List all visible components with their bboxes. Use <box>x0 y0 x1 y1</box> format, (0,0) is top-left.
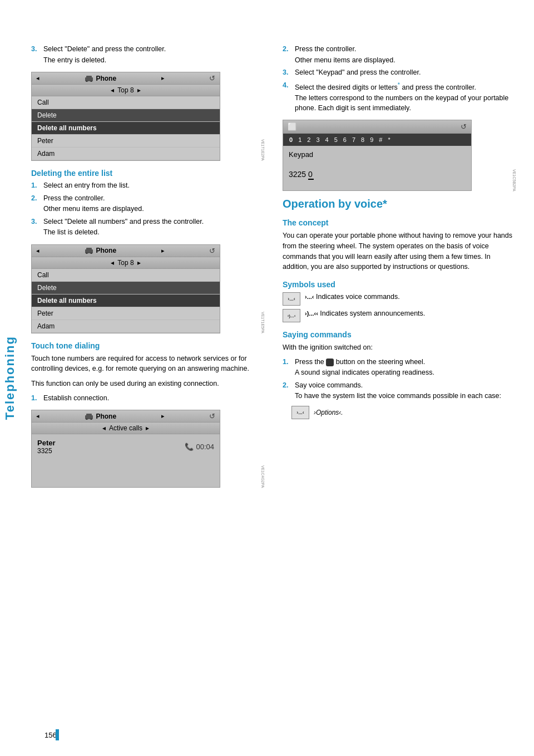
saying-intro: With the ignition switched on: <box>283 342 517 353</box>
left-column: 3. Select "Delete" and press the control… <box>31 45 266 723</box>
saying-step-1: 1. Press the button on the steering whee… <box>283 357 517 378</box>
key-6[interactable]: 6 <box>342 136 348 144</box>
menu-peter-1[interactable]: Peter <box>32 135 220 148</box>
phone-ui-3-wrap: ◂ Phone ▸ ↺ ◂ Active calls ▸ <box>31 410 266 488</box>
sub-arrow-left: ◂ <box>111 86 114 94</box>
menu-delete-all-1[interactable]: Delete all numbers <box>32 122 220 135</box>
phone-ui-1-wrap: ◂ Phone ▸ ↺ ◂ Top 8 ▸ Call <box>31 72 266 161</box>
phone-ui-3: ◂ Phone ▸ ↺ ◂ Active calls ▸ <box>31 410 220 488</box>
call-info: Peter 3325 <box>37 439 185 455</box>
key-1[interactable]: 1 <box>296 136 303 144</box>
phone-arrow-right-3: ▸ <box>161 413 165 420</box>
keypad-refresh-icon: ↺ <box>461 122 467 131</box>
symbols-heading: Symbols used <box>283 280 517 289</box>
symbol-row-2: ›)...‹ ›)...‹‹ Indicates system announce… <box>283 309 517 322</box>
del-text-1: Select an entry from the list. <box>43 181 266 191</box>
key-hash[interactable]: # <box>377 136 384 144</box>
watermark-4: VE1C5B2PA <box>512 169 516 192</box>
menu-call-1[interactable]: Call <box>32 96 220 109</box>
key-4[interactable]: 4 <box>324 136 330 144</box>
concept-heading: The concept <box>283 218 517 227</box>
keypad-cursor: 0 <box>308 170 314 180</box>
key-7[interactable]: 7 <box>350 136 357 144</box>
watermark-1: VE1T1E2PA <box>261 139 265 161</box>
keypad-top-bar: ⬜ ↺ <box>283 120 471 134</box>
phone-arrow-left: ◂ <box>36 75 39 82</box>
refresh-icon-2: ↺ <box>209 247 215 255</box>
keypad-label: Keypad <box>289 150 466 159</box>
del-text-3: Select "Delete all numbers" and press th… <box>43 217 266 238</box>
menu-peter-2[interactable]: Peter <box>32 307 220 320</box>
phone-ui-2-wrap: ◂ Phone ▸ ↺ ◂ Top 8 ▸ Call <box>31 244 266 333</box>
r-text-2: Press the controller. Other menu items a… <box>295 45 517 65</box>
tt-text-1: Establish connection. <box>43 394 266 404</box>
key-3[interactable]: 3 <box>314 136 321 144</box>
menu-adam-2[interactable]: Adam <box>32 320 220 333</box>
menu-delete-2[interactable]: Delete <box>32 282 220 294</box>
sub-arrow-right: ▸ <box>137 86 141 94</box>
refresh-icon-1: ↺ <box>209 74 215 82</box>
watermark-2: VE1T1E5PA <box>261 312 265 333</box>
options-text: ›Options‹. <box>314 409 343 416</box>
phone-ui-3-header: ◂ Phone ▸ ↺ <box>32 410 220 423</box>
active-call-empty-area <box>32 459 220 487</box>
active-call-row: Peter 3325 📞 00:04 <box>32 434 220 459</box>
phone-ui-2: ◂ Phone ▸ ↺ ◂ Top 8 ▸ Call <box>31 244 220 333</box>
symbol-row-1: ›...‹ ›...‹ Indicates voice commands. <box>283 292 517 306</box>
touch-tone-para-1: Touch tone numbers are required for acce… <box>31 354 266 375</box>
deleting-step-2: 2. Press the controller. Other menu item… <box>31 194 266 214</box>
phone-arrow-right: ▸ <box>161 75 165 82</box>
sub-arrow-right-3: ▸ <box>146 424 149 432</box>
page-number: 156 <box>44 731 57 739</box>
del-text-2: Press the controller. Other menu items a… <box>43 194 266 214</box>
deleting-step-3: 3. Select "Delete all numbers" and press… <box>31 217 266 238</box>
sub-arrow-left-2: ◂ <box>111 259 114 267</box>
s-text-1: Press the button on the steering wheel. … <box>295 357 517 378</box>
keypad-body: Keypad 3225 0 <box>283 146 471 190</box>
menu-delete-1[interactable]: Delete <box>32 109 220 122</box>
s-text-2: Say voice commands. To have the system l… <box>295 381 517 401</box>
phone-arrow-right-2: ▸ <box>161 247 165 254</box>
deleting-heading: Deleting the entire list <box>31 169 266 178</box>
key-8[interactable]: 8 <box>359 136 366 144</box>
system-announce-icon: ›)...‹ <box>283 309 300 322</box>
key-star[interactable]: * <box>386 136 392 144</box>
phone-ui-3-subheader: ◂ Active calls ▸ <box>32 423 220 434</box>
voice-command-icon: ›...‹ <box>283 292 300 306</box>
phone-ui-1-body: Call Delete Delete all numbers Peter Ada… <box>32 96 220 160</box>
r-num-4: 4. <box>283 81 291 114</box>
operation-heading: Operation by voice* <box>283 198 517 210</box>
menu-call-2[interactable]: Call <box>32 269 220 282</box>
menu-delete-all-2[interactable]: Delete all numbers <box>32 294 220 307</box>
symbol-bold-2: ›)...‹‹ <box>305 310 318 317</box>
caller-name: Peter <box>37 439 185 447</box>
key-9[interactable]: 9 <box>368 136 375 144</box>
key-2[interactable]: 2 <box>305 136 312 144</box>
phone-ui-1: ◂ Phone ▸ ↺ ◂ Top 8 ▸ Call <box>31 72 220 161</box>
touch-tone-heading: Touch tone dialing <box>31 341 266 350</box>
key-0[interactable]: 0 <box>288 136 294 144</box>
options-row: ›...‹ ›Options‹. <box>291 406 517 419</box>
sub-arrow-right-2: ▸ <box>137 259 141 267</box>
watermark-3: VE1C4G2PA <box>261 465 265 488</box>
phone-ui-2-subheader: ◂ Top 8 ▸ <box>32 257 220 269</box>
menu-adam-1[interactable]: Adam <box>32 148 220 160</box>
phone-ui-2-body: Call Delete Delete all numbers Peter Ada… <box>32 269 220 333</box>
refresh-icon-3: ↺ <box>209 412 215 420</box>
saying-heading: Saying commands <box>283 330 517 339</box>
touch-tone-steps: 1. Establish connection. <box>31 394 266 404</box>
phone-arrow-left-2: ◂ <box>36 247 39 254</box>
keypad-keys-row: 0 1 2 3 4 5 6 7 8 9 # * <box>283 134 471 146</box>
phone-car-icon-2: Phone <box>84 247 116 254</box>
del-num-2: 2. <box>31 194 40 214</box>
key-5[interactable]: 5 <box>333 136 339 144</box>
car-icon-svg-3 <box>84 413 94 420</box>
phone-car-icon-3: Phone <box>84 413 116 420</box>
keypad-ui-wrap: ⬜ ↺ 0 1 2 3 4 5 6 7 8 9 # <box>283 120 517 191</box>
r-text-4: Select the desired digits or letters* an… <box>295 81 517 114</box>
phone-ui-1-header: ◂ Phone ▸ ↺ <box>32 72 220 85</box>
call-phone-icon: 📞 <box>185 443 194 451</box>
side-label-text: Telephoning <box>3 336 17 420</box>
r-num-2: 2. <box>283 45 291 65</box>
right-steps-top: 2. Press the controller. Other menu item… <box>283 45 517 113</box>
